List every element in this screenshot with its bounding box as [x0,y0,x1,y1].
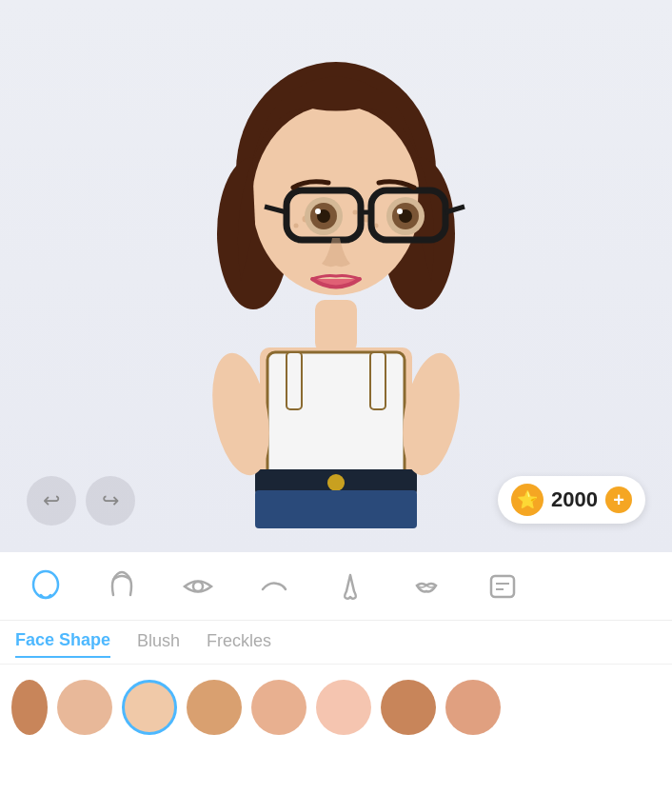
tab-nose[interactable] [314,557,386,616]
avatar-figure [146,24,526,528]
swatch-7[interactable] [445,680,501,735]
svg-point-10 [327,474,345,491]
svg-rect-7 [287,352,302,409]
svg-point-19 [353,210,358,215]
svg-rect-11 [255,490,417,528]
svg-point-29 [315,208,321,214]
avatar-area: ↩ ↪ ⭐ 2000 + [0,0,672,552]
svg-rect-3 [315,300,357,352]
coin-amount: 2000 [551,487,598,512]
sub-category-tabs: Face Shape Blush Freckles [0,621,672,665]
bottom-panel: Face Shape Blush Freckles [0,552,672,794]
undo-redo-controls: ↩ ↪ [27,476,135,526]
tab-face-shape[interactable] [10,557,82,616]
svg-rect-36 [491,576,514,597]
redo-button[interactable]: ↪ [86,476,135,526]
skin-swatches [0,665,672,750]
swatch-5[interactable] [316,680,371,735]
coin-add-button[interactable]: + [605,486,632,513]
sub-tab-freckles[interactable]: Freckles [207,630,271,658]
category-tabs [0,552,672,621]
swatch-0[interactable] [11,680,48,735]
tab-eyes[interactable] [162,557,234,616]
swatch-4[interactable] [251,680,306,735]
svg-point-33 [397,208,403,214]
svg-point-14 [252,105,420,295]
tab-hair[interactable] [86,557,158,616]
sub-tab-blush[interactable]: Blush [137,630,180,658]
tab-eyebrows[interactable] [238,557,310,616]
swatch-6[interactable] [381,680,436,735]
swatch-3[interactable] [187,680,242,735]
swatch-1[interactable] [57,680,112,735]
sub-tab-face-shape[interactable]: Face Shape [15,630,110,658]
svg-point-17 [294,224,299,228]
svg-point-35 [193,582,203,591]
svg-rect-8 [370,352,385,409]
swatch-2[interactable] [122,680,177,735]
tab-lips[interactable] [390,557,463,616]
undo-button[interactable]: ↩ [27,476,76,526]
tab-more[interactable] [466,557,539,616]
svg-point-34 [33,571,58,598]
